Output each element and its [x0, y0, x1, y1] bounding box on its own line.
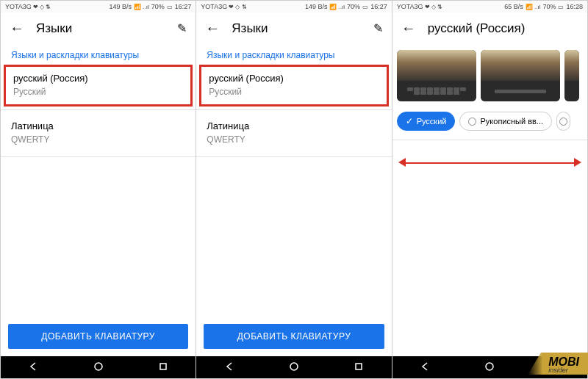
add-keyboard-button[interactable]: ДОБАВИТЬ КЛАВИАТУРУ	[204, 324, 384, 349]
divider	[1, 156, 196, 157]
screen-header: ← русский (Россия)	[392, 12, 587, 44]
signal-icons: 📶 ..ıl	[134, 4, 149, 10]
battery-label: 70%	[347, 3, 360, 10]
language-item-latin[interactable]: Латиница QWERTY	[1, 113, 196, 154]
layout-option-more[interactable]	[556, 112, 570, 131]
language-item-russian[interactable]: русский (Россия) Русский	[4, 65, 193, 107]
divider	[1, 109, 196, 110]
radio-icon	[468, 118, 476, 126]
page-title: русский (Россия)	[428, 21, 578, 36]
status-bar: YOTA3G ❤ ◇ ⇅ 149 B/s 📶 ..ıl 70% ▭ 16:27	[196, 1, 391, 12]
edit-pencil-icon[interactable]: ✎	[373, 21, 383, 35]
keyboard-theme-card[interactable]	[564, 50, 579, 101]
nav-back-icon[interactable]	[414, 361, 436, 374]
time-label: 16:27	[175, 3, 192, 10]
watermark-main: MOBI	[548, 355, 579, 368]
layout-option-russian[interactable]: ✓ Русский	[397, 112, 456, 131]
language-primary: Латиница	[207, 120, 381, 131]
svg-rect-1	[160, 364, 166, 369]
phone-screenshot-1: YOTA3G ❤ ◇ ⇅ 149 B/s 📶 ..ıl 70% ▭ 16:27 …	[1, 1, 196, 378]
language-primary: русский (Россия)	[13, 73, 183, 84]
keyboard-theme-card[interactable]	[397, 50, 476, 101]
network-speed: 65 B/s	[504, 3, 523, 10]
nav-recent-icon[interactable]	[348, 361, 370, 374]
section-header: Языки и раскладки клавиатуры	[1, 44, 196, 65]
carrier-label: YOTA3G	[201, 3, 227, 10]
language-secondary: QWERTY	[207, 134, 381, 145]
svg-point-2	[290, 363, 298, 370]
status-bar: YOTA3G ❤ ◇ ⇅ 65 B/s 📶 ..ıl 70% ▭ 16:28	[392, 1, 587, 12]
nav-home-icon[interactable]	[87, 361, 110, 374]
nav-recent-icon[interactable]	[152, 361, 174, 374]
keyboard-theme-card[interactable]	[481, 50, 560, 101]
language-primary: русский (Россия)	[209, 73, 379, 84]
nav-home-icon[interactable]	[283, 361, 305, 374]
keyboard-preview-carousel[interactable]	[392, 44, 587, 107]
watermark-sub: insider	[548, 369, 579, 372]
svg-point-0	[95, 363, 102, 370]
page-title: Языки	[36, 21, 165, 36]
language-primary: Латиница	[11, 120, 185, 131]
back-arrow-icon[interactable]: ←	[401, 20, 416, 37]
edit-pencil-icon[interactable]: ✎	[177, 21, 187, 35]
signal-icons: 📶 ..ıl	[329, 4, 345, 10]
radio-icon	[559, 118, 567, 126]
phone-screenshot-2: YOTA3G ❤ ◇ ⇅ 149 B/s 📶 ..ıl 70% ▭ 16:27 …	[196, 1, 392, 378]
status-icons: ❤ ◇ ⇅	[33, 4, 51, 10]
nav-home-icon[interactable]	[478, 361, 501, 374]
time-label: 16:28	[566, 3, 583, 10]
language-item-latin[interactable]: Латиница QWERTY	[196, 113, 391, 154]
divider	[196, 109, 391, 110]
checkmark-icon: ✓	[406, 116, 413, 126]
battery-icon: ▭	[167, 4, 173, 10]
section-header: Языки и раскладки клавиатуры	[196, 44, 391, 65]
nav-back-icon[interactable]	[218, 361, 240, 374]
option-label: Русский	[417, 117, 447, 126]
status-icons: ❤ ◇ ⇅	[229, 4, 246, 10]
network-speed: 149 B/s	[110, 3, 132, 10]
language-secondary: Русский	[13, 87, 183, 97]
nav-back-icon[interactable]	[22, 361, 44, 374]
time-label: 16:27	[370, 3, 387, 10]
language-secondary: Русский	[209, 87, 379, 97]
add-keyboard-button[interactable]: ДОБАВИТЬ КЛАВИАТУРУ	[8, 324, 188, 349]
page-title: Языки	[232, 21, 361, 36]
option-label: Рукописный вв...	[480, 117, 543, 126]
screen-header: ← Языки ✎	[196, 12, 391, 44]
network-speed: 149 B/s	[305, 3, 328, 10]
status-bar: YOTA3G ❤ ◇ ⇅ 149 B/s 📶 ..ıl 70% ▭ 16:27	[1, 1, 196, 12]
nav-bar	[196, 356, 391, 378]
back-arrow-icon[interactable]: ←	[10, 20, 24, 37]
keyboard-layout-options: ✓ Русский Рукописный вв...	[392, 107, 587, 140]
language-item-russian[interactable]: русский (Россия) Русский	[199, 65, 388, 107]
back-arrow-icon[interactable]: ←	[205, 20, 220, 37]
swipe-hint-arrow	[392, 140, 587, 184]
carrier-label: YOTA3G	[5, 3, 32, 10]
status-icons: ❤ ◇ ⇅	[425, 4, 442, 10]
language-secondary: QWERTY	[11, 134, 185, 145]
divider	[196, 156, 391, 157]
carrier-label: YOTA3G	[397, 3, 423, 10]
battery-label: 70%	[542, 3, 556, 10]
battery-label: 70%	[151, 3, 165, 10]
svg-point-4	[486, 363, 493, 370]
nav-bar	[1, 356, 196, 378]
battery-icon: ▭	[558, 4, 564, 10]
screen-header: ← Языки ✎	[1, 12, 196, 44]
battery-icon: ▭	[362, 4, 368, 10]
svg-rect-3	[356, 364, 362, 369]
signal-icons: 📶 ..ıl	[526, 4, 541, 10]
phone-screenshot-3: YOTA3G ❤ ◇ ⇅ 65 B/s 📶 ..ıl 70% ▭ 16:28 ←…	[392, 1, 587, 378]
layout-option-handwriting[interactable]: Рукописный вв...	[459, 112, 552, 131]
